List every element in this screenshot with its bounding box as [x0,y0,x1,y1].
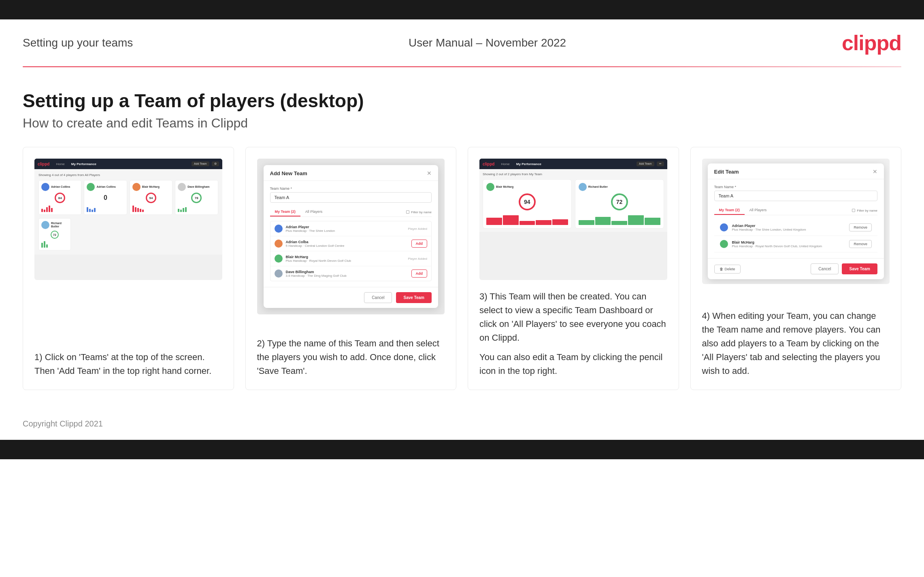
edit-tab-my-team[interactable]: My Team (2) [714,206,745,215]
step-2-dialog-footer: Cancel Save Team [264,287,439,308]
step-1-screenshot: clippd Home My Performance Add Team ⚙ Sh… [34,159,222,280]
player-row-club-3: Plus Handicap · Royal North Devon Golf C… [286,259,405,263]
mock-avatar-1 [41,183,49,191]
step-4-dialog-title: Edit Team [714,169,739,175]
step-3-description-1: 3) This Team will then be created. You c… [479,290,667,345]
mock-3-add-btn[interactable]: Add Team [637,161,654,166]
footer: Copyright Clippd 2021 [0,413,924,440]
mock-3-section-title: Showing 2 out of 2 players from My Team [483,172,664,176]
trash-icon: 🗑 [720,267,723,271]
mock-richard-avatar [579,183,587,191]
mock-nav-icon1: ⚙ [212,161,219,166]
player-row-name-3: Blair McHarg [286,255,405,259]
mock-nav-1: clippd Home My Performance Add Team ⚙ [34,159,222,169]
mock-blair-avatar [486,183,494,191]
edit-player-row-2: Blair McHarg Plus Handicap · Royal North… [714,236,878,252]
mock-blair-bars [486,213,568,225]
step-2-close-icon[interactable]: ✕ [427,170,432,176]
edit-tab-all-players[interactable]: All Players [745,206,772,215]
player-avatar-2 [275,240,283,248]
mock-3-settings: ✏ [657,161,664,166]
step-4-dialog-body: Team Name * Team A My Team (2) All Playe… [708,179,884,258]
mock-team-card-richard: Richard Butler 72 [575,179,664,229]
tab-all-players[interactable]: All Players [300,208,328,216]
mock-blair-name: Blair McHarg [496,185,513,189]
mock-player-name-4: Dave Billingham [187,185,209,189]
player-info-2: Adrian Colba 5 Handicap · Central London… [286,240,408,248]
add-player-btn-2[interactable]: Add [411,240,428,248]
step-4-dialog-wrapper: Edit Team ✕ Team Name * Team A My Team (… [702,159,890,284]
edit-team-name-input[interactable]: Team A [714,191,878,201]
mock-score-5: 72 [51,231,59,239]
step-4-delete-btn[interactable]: 🗑 Delete [714,265,741,274]
tab-my-team[interactable]: My Team (2) [270,208,300,216]
step-2-dialog-header: Add New Team ✕ [264,165,439,181]
top-bar [0,0,924,19]
mock-score-4: 78 [191,193,202,203]
player-avatar-4 [275,269,283,278]
team-name-input[interactable]: Team A [270,192,432,203]
player-row-name-4: Dave Billingham [286,270,408,274]
filter-checkbox[interactable] [406,210,409,214]
step-4-description: 4) When editing your Team, you can chang… [702,309,890,378]
mock-player-card-1: Adrian Collins 84 [38,180,81,215]
mock-avatar-5 [41,221,49,229]
clippd-logo: clippd [842,31,901,55]
player-row-club-1: Plus Handicap · The Shire London [286,229,405,233]
step-2-tabs: My Team (2) All Players Filter by name [270,208,432,217]
edit-player-name-1: Adrian Player [732,224,845,228]
player-row-4: Dave Billingham 3.6 Handicap · The Ding … [270,266,432,281]
mock-score-3: 94 [146,193,156,203]
edit-player-row-1: Adrian Player Plus Handicap · The Shire … [714,219,878,236]
mock-richard-score: 72 [611,193,628,210]
player-row-name-2: Adrian Colba [286,240,408,244]
step-2-save-btn[interactable]: Save Team [396,292,432,303]
player-avatar-3 [275,255,283,263]
mock-player-card-5: Richard Butler 72 [38,218,71,250]
step-4-close-icon[interactable]: ✕ [873,168,877,175]
copyright-text: Copyright Clippd 2021 [23,419,103,428]
step-4-cancel-btn[interactable]: Cancel [811,263,839,274]
player-row-club-4: 3.6 Handicap · The Ding Maging Golf Club [286,274,408,278]
step-2-card: Add New Team ✕ Team Name * Team A My Tea… [245,147,457,390]
step-4-save-btn[interactable]: Save Team [842,263,877,274]
steps-grid: clippd Home My Performance Add Team ⚙ Sh… [0,147,924,413]
page-subtitle: How to create and edit Teams in Clippd [23,116,901,131]
remove-player-btn-2[interactable]: Remove [849,240,872,248]
edit-player-club-2: Plus Handicap · Royal North Devon Golf C… [732,244,845,248]
player-added-label-1: Player Added [408,227,427,231]
edit-filter-checkbox[interactable] [852,209,855,212]
player-info-1: Adrian Player Plus Handicap · The Shire … [286,225,405,233]
mock-team-cards-3: Blair McHarg 94 [483,179,664,229]
player-row-2: Adrian Colba 5 Handicap · Central London… [270,236,432,251]
mock-avatar-2 [87,183,95,191]
mock-section-title-1: Showing 4 out of 4 players from All Play… [38,173,218,177]
step-1-card: clippd Home My Performance Add Team ⚙ Sh… [23,147,234,390]
edit-player-info-2: Blair McHarg Plus Handicap · Royal North… [732,240,845,248]
mock-logo-3: clippd [483,162,494,166]
edit-player-club-1: Plus Handicap · The Shire London, United… [732,228,845,231]
remove-player-btn-1[interactable]: Remove [849,223,872,231]
mock-bars-4 [178,205,215,212]
page-title-section: Setting up a Team of players (desktop) H… [0,67,924,147]
mock-team-dash-3: Showing 2 out of 2 players from My Team … [479,169,667,232]
mock-bars-2 [87,205,124,212]
add-player-btn-4[interactable]: Add [411,269,428,278]
mock-richard-name: Richard Butler [588,185,608,189]
header-left-text: Setting up your teams [23,36,133,49]
mock-player-card-4: Dave Billingham 78 [175,180,218,215]
player-info-3: Blair McHarg Plus Handicap · Royal North… [286,255,405,263]
step-1-description: 1) Click on 'Teams' at the top of the sc… [34,350,222,378]
mock-bars-5 [41,240,68,248]
step-4-tabs: My Team (2) All Players Filter by name [714,206,878,215]
step-2-cancel-btn[interactable]: Cancel [364,292,392,303]
filter-by-name: Filter by name [406,208,432,216]
bottom-bar [0,440,924,459]
player-info-4: Dave Billingham 3.6 Handicap · The Ding … [286,270,408,278]
mock-add-team-btn[interactable]: Add Team [192,161,209,166]
mock-nav-teams: My Performance [71,162,96,166]
page-title: Setting up a Team of players (desktop) [23,90,901,112]
mock-nav-3-perf: My Performance [516,162,541,166]
step-4-card: Edit Team ✕ Team Name * Team A My Team (… [690,147,902,390]
step-4-footer-right: Cancel Save Team [811,263,877,274]
